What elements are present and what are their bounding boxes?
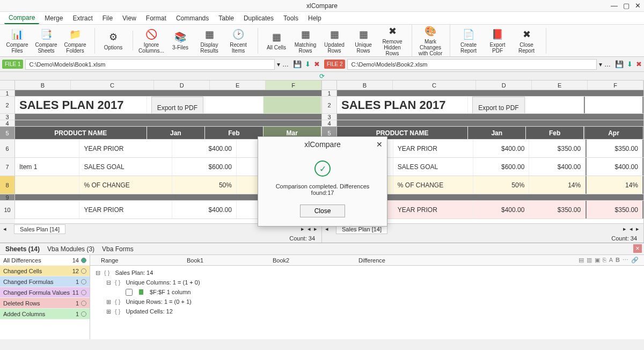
- radio-icon[interactable]: [81, 279, 86, 285]
- ribbon-icon: ✖: [386, 25, 399, 38]
- radio-icon[interactable]: [81, 301, 86, 306]
- header-product: PRODUCT NAME: [15, 127, 147, 139]
- ribbon-ignore-columns[interactable]: 🚫IgnoreColumns...: [138, 28, 164, 54]
- tool-icon[interactable]: ▣: [595, 257, 600, 264]
- dropdown-icon[interactable]: ▾: [599, 61, 602, 68]
- tree-node[interactable]: ⊞{ }Unique Rows: 1 = (0 + 1): [94, 297, 640, 307]
- radio-icon[interactable]: [81, 258, 86, 263]
- col-e[interactable]: E: [210, 81, 266, 90]
- tool-icon[interactable]: ⎘: [603, 257, 606, 264]
- ribbon-toolbar: 📊CompareFiles📑CompareSheets📁CompareFolde…: [0, 25, 644, 57]
- col-f[interactable]: F: [266, 81, 321, 90]
- node-checkbox[interactable]: [126, 289, 133, 296]
- ribbon-recent-items[interactable]: 🕑RecentItems: [225, 28, 251, 54]
- dialog-message: Comparison completed. Differences found:…: [264, 183, 382, 196]
- ribbon-3-files[interactable]: 📚3-Files: [167, 28, 193, 54]
- bold-icon[interactable]: B: [616, 257, 620, 264]
- menu-duplicates[interactable]: Duplicates: [239, 13, 278, 24]
- filter-added-columns[interactable]: Added Columns1: [0, 309, 90, 319]
- radio-icon[interactable]: [81, 290, 86, 295]
- menu-tools[interactable]: Tools: [279, 13, 303, 24]
- col-c[interactable]: C: [71, 81, 154, 90]
- column-headers-left: B C D E F: [0, 81, 321, 90]
- col-b[interactable]: B: [15, 81, 71, 90]
- tree-node[interactable]: $F:$F 1 column: [94, 287, 640, 297]
- tool-icon[interactable]: ⋯: [623, 257, 628, 264]
- save-icon[interactable]: 💾: [615, 60, 624, 68]
- ribbon-unique-rows[interactable]: ▦UniqueRows: [350, 25, 376, 56]
- ribbon-matching-rows[interactable]: ▦MatchingRows: [292, 25, 318, 56]
- tree-node[interactable]: ⊟{ }Sales Plan: 14: [94, 268, 640, 278]
- tab-vba-forms[interactable]: Vba Forms: [102, 245, 134, 253]
- dropdown-icon[interactable]: ▾: [277, 61, 280, 68]
- more-icon[interactable]: …: [282, 61, 289, 68]
- ribbon-compare-folders[interactable]: 📁CompareFolders: [62, 28, 88, 54]
- filter-deleted-rows[interactable]: Deleted Rows1: [0, 298, 90, 309]
- expand-icon[interactable]: ⊟: [105, 279, 112, 286]
- ribbon-options[interactable]: ⚙Options: [100, 31, 126, 50]
- ribbon-display-results[interactable]: ▦DisplayResults: [196, 28, 222, 54]
- minimize-button[interactable]: —: [611, 2, 618, 10]
- header-feb: Feb: [205, 127, 263, 139]
- export-icon[interactable]: ⬇: [305, 60, 311, 68]
- file2-path-input[interactable]: C:\Demo\Models\Book2.xlsm: [347, 59, 597, 70]
- col-d[interactable]: D: [154, 81, 210, 90]
- save-icon[interactable]: 💾: [293, 60, 302, 68]
- tab-vba-modules[interactable]: Vba Modules (3): [47, 245, 94, 253]
- ribbon-remove-hidden-rows[interactable]: ✖RemoveHidden Rows: [379, 25, 405, 56]
- filter-changed-formulas[interactable]: Changed Formulas1: [0, 276, 90, 287]
- diff-tree: ⊟{ }Sales Plan: 14⊟{ }Unique Columns: 1 …: [90, 266, 644, 318]
- ribbon-updated-rows[interactable]: ▦UpdatedRows: [321, 25, 347, 56]
- prev-sheet[interactable]: ◂: [0, 225, 10, 232]
- filter-changed-cells[interactable]: Changed Cells12: [0, 266, 90, 276]
- ribbon-close-report[interactable]: ✖CloseReport: [514, 28, 539, 54]
- ribbon-all-cells[interactable]: ▦All Cells: [264, 25, 289, 56]
- close-file-icon[interactable]: ✖: [636, 60, 642, 68]
- tool-icon[interactable]: ▤: [579, 257, 584, 264]
- diff-tabs: Sheets (14) Vba Modules (3) Vba Forms ×: [0, 243, 644, 255]
- file1-path-input[interactable]: C:\Demo\Models\Book1.xlsm: [25, 59, 275, 70]
- menu-compare[interactable]: Compare: [4, 12, 39, 24]
- export-pdf-button[interactable]: Export to PDF: [472, 97, 524, 113]
- tool-icon[interactable]: ▥: [587, 257, 592, 264]
- close-file-icon[interactable]: ✖: [314, 60, 320, 68]
- radio-icon[interactable]: [81, 268, 86, 274]
- maximize-button[interactable]: ▢: [623, 2, 630, 10]
- ribbon-icon: ⚙: [107, 31, 120, 43]
- tree-node[interactable]: ⊟{ }Unique Columns: 1 = (1 + 0): [94, 278, 640, 287]
- sync-icon[interactable]: ⟳: [319, 72, 325, 80]
- ribbon-export-pdf[interactable]: 📕ExportPDF: [485, 28, 510, 54]
- expand-icon[interactable]: ⊞: [105, 298, 112, 305]
- tree-node[interactable]: ⊞{ }Updated Cells: 12: [94, 307, 640, 316]
- radio-icon[interactable]: [81, 311, 86, 317]
- ribbon-create-report[interactable]: 📄CreateReport: [456, 28, 481, 54]
- close-panel-button[interactable]: ×: [633, 244, 642, 253]
- ribbon-compare-sheets[interactable]: 📑CompareSheets: [33, 28, 59, 54]
- menu-merge[interactable]: Merge: [40, 13, 67, 24]
- dialog-close-icon[interactable]: ✕: [376, 140, 383, 149]
- tool-icon[interactable]: A: [609, 257, 613, 264]
- ribbon-compare-files[interactable]: 📊CompareFiles: [4, 28, 30, 54]
- menu-view[interactable]: View: [118, 13, 141, 24]
- filter-changed-formula-values[interactable]: Changed Formula Values11: [0, 287, 90, 298]
- menu-commands[interactable]: Commands: [172, 13, 213, 24]
- menu-help[interactable]: Help: [304, 13, 326, 24]
- more-icon[interactable]: …: [604, 61, 611, 68]
- export-pdf-button[interactable]: Export to PDF: [151, 97, 203, 113]
- sheet-tab[interactable]: Sales Plan [14]: [14, 224, 65, 234]
- tab-sheets[interactable]: Sheets (14): [5, 245, 40, 253]
- item-label[interactable]: Item 1: [15, 158, 79, 176]
- export-icon[interactable]: ⬇: [627, 60, 633, 68]
- menu-file[interactable]: File: [98, 13, 117, 24]
- filter-all-differences[interactable]: All Differences14: [0, 255, 90, 266]
- expand-icon[interactable]: ⊟: [94, 269, 101, 276]
- menu-extract[interactable]: Extract: [68, 13, 97, 24]
- titlebar: xlCompare — ▢ ✕: [0, 0, 644, 12]
- menu-format[interactable]: Format: [142, 13, 171, 24]
- link-icon[interactable]: 🔗: [631, 257, 639, 264]
- dialog-close-button[interactable]: Close: [300, 205, 346, 217]
- menu-table[interactable]: Table: [214, 13, 238, 24]
- expand-icon[interactable]: ⊞: [105, 308, 112, 315]
- close-window-button[interactable]: ✕: [635, 2, 641, 10]
- ribbon-mark-changes-with-color[interactable]: 🎨Mark Changeswith Color: [418, 25, 443, 56]
